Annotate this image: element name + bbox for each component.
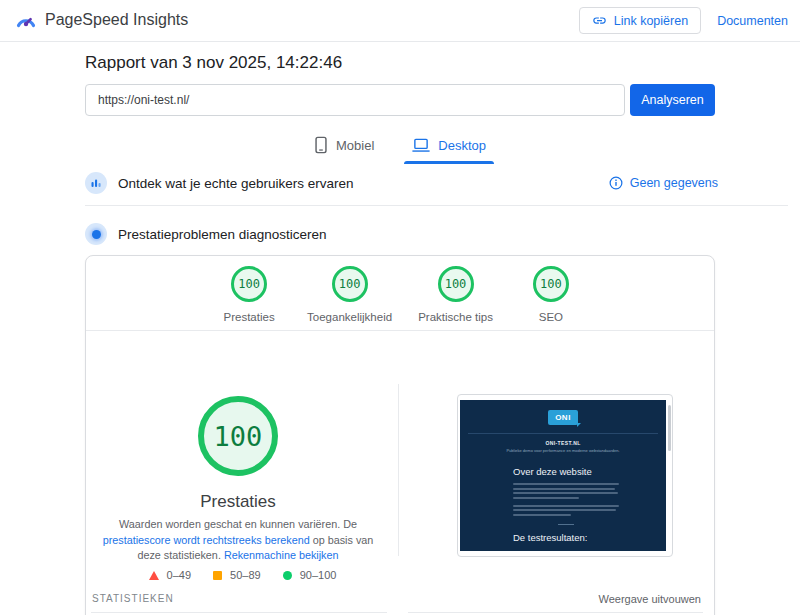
pagespeed-logo-icon (14, 9, 38, 33)
preview-content-column: Over deze website De testresultaten: (513, 466, 619, 543)
report-title: Rapport van 3 nov 2025, 14:22:46 (85, 53, 342, 73)
tab-mobile[interactable]: Mobiel (304, 132, 384, 164)
diagnose-section-header: Prestatieproblemen diagnosticeren (85, 223, 327, 245)
preview-paragraph (513, 505, 619, 516)
score-legend: 0–49 50–89 90–100 (86, 569, 399, 581)
red-triangle-icon (149, 571, 159, 580)
device-tabs: Mobiel Desktop (0, 132, 800, 164)
preview-paragraph (513, 483, 619, 499)
field-data-status: Geen gegevens (609, 176, 718, 190)
legend-item-low: 0–49 (149, 569, 191, 581)
score-gauge-seo: 100 (533, 266, 569, 302)
tab-desktop-label: Desktop (438, 138, 486, 153)
preview-scrollbar (668, 405, 671, 451)
column-divider (398, 384, 399, 556)
performance-score-gauge: 100 (198, 396, 278, 476)
score-gauge-praktische-tips: 100 (438, 266, 474, 302)
card-divider (86, 330, 714, 331)
field-data-title: Ontdek wat je echte gebruikers ervaren (118, 176, 354, 191)
score-gauge-prestaties: 100 (231, 266, 267, 302)
legend-item-mid: 50–89 (213, 569, 261, 581)
statistics-label: STATISTIEKEN (92, 593, 174, 604)
legend-range: 0–49 (167, 569, 191, 581)
lighthouse-report-card: 100 Prestaties 100 Toegankelijkheid 100 … (85, 255, 715, 615)
smartphone-icon (314, 136, 328, 154)
green-circle-icon (283, 571, 292, 580)
section-divider (85, 205, 788, 206)
info-icon[interactable] (609, 176, 623, 190)
expand-view-link[interactable]: Weergave uitvouwen (598, 593, 701, 605)
diagnose-title: Prestatieproblemen diagnosticeren (118, 227, 327, 242)
score-calculation-link[interactable]: prestatiescore wordt rechtstreeks bereke… (103, 534, 310, 546)
category-label: SEO (539, 311, 563, 323)
oni-logo-text: ONI (555, 413, 571, 422)
legend-item-high: 90–100 (283, 569, 337, 581)
stats-column-divider-right (408, 612, 703, 613)
stats-column-divider-left (91, 612, 387, 613)
preview-header-rule (468, 433, 658, 434)
preview-heading-results: De testresultaten: (513, 532, 619, 543)
category-score-strip: 100 Prestaties 100 Toegankelijkheid 100 … (86, 266, 714, 323)
orange-square-icon (213, 571, 222, 580)
field-data-section-header: Ontdek wat je echte gebruikers ervaren G… (85, 172, 718, 194)
diagnose-icon (85, 223, 107, 245)
category-prestaties[interactable]: 100 Prestaties (217, 266, 281, 323)
header-actions: Link kopiëren Documenten (579, 7, 788, 34)
preview-page: ONI ONI-TEST.NL Publieke demo voor perfo… (460, 400, 666, 551)
final-screenshot-thumbnail[interactable]: ONI ONI-TEST.NL Publieke demo voor perfo… (457, 394, 673, 557)
preview-site-name: ONI-TEST.NL (460, 440, 666, 446)
app-title: PageSpeed Insights (45, 11, 188, 29)
copy-link-button[interactable]: Link kopiëren (579, 7, 701, 34)
url-input[interactable] (85, 84, 625, 116)
category-seo[interactable]: 100 SEO (519, 266, 583, 323)
legend-range: 50–89 (230, 569, 261, 581)
pagespeed-insights-page: PageSpeed Insights Link kopiëren Documen… (0, 0, 800, 615)
real-users-icon (85, 172, 107, 194)
category-toegankelijkheid[interactable]: 100 Toegankelijkheid (307, 266, 392, 323)
calculator-link[interactable]: Rekenmachine bekijken (224, 549, 339, 561)
category-label: Prestaties (224, 311, 275, 323)
no-data-link[interactable]: Geen gegevens (630, 176, 718, 190)
tab-desktop[interactable]: Desktop (402, 132, 496, 164)
description-text: Waarden worden geschat en kunnen variëre… (119, 518, 357, 530)
tab-mobile-label: Mobiel (336, 138, 374, 153)
preview-mini-divider (558, 524, 574, 525)
category-label: Praktische tips (418, 311, 493, 323)
performance-description: Waarden worden geschat en kunnen variëre… (98, 517, 378, 564)
documents-link[interactable]: Documenten (717, 14, 788, 28)
category-label: Toegankelijkheid (307, 311, 392, 323)
preview-site-tagline: Publieke demo voor performance en modern… (460, 448, 666, 453)
app-header: PageSpeed Insights Link kopiëren Documen… (0, 0, 800, 42)
preview-heading-about: Over deze website (513, 466, 619, 477)
category-praktische-tips[interactable]: 100 Praktische tips (418, 266, 493, 323)
copy-link-label: Link kopiëren (614, 14, 688, 28)
oni-logo: ONI (548, 410, 578, 425)
oni-logo-tail (577, 423, 581, 427)
analyze-button[interactable]: Analyseren (630, 84, 715, 116)
link-icon (592, 13, 607, 28)
score-gauge-toegankelijkheid: 100 (332, 266, 368, 302)
legend-range: 90–100 (300, 569, 337, 581)
laptop-icon (412, 138, 430, 153)
performance-title: Prestaties (138, 492, 338, 512)
